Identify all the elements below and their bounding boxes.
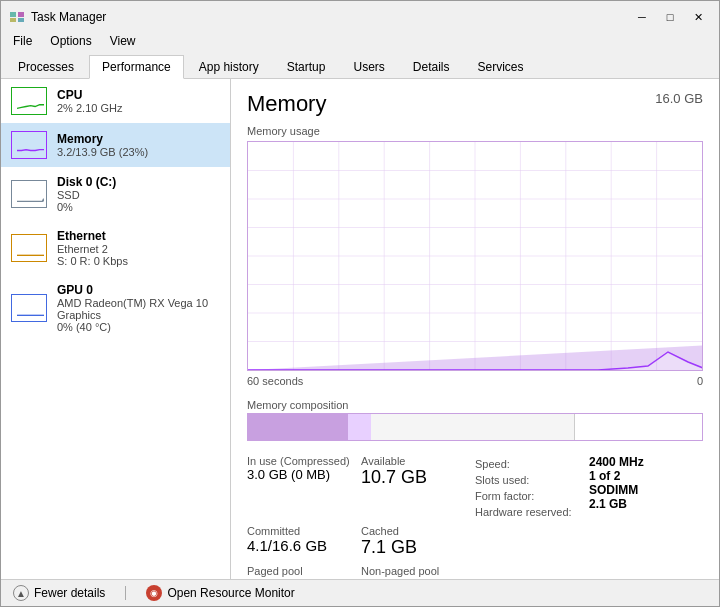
cpu-sub: 2% 2.10 GHz [57,102,220,114]
fewer-details-button[interactable]: ▲ Fewer details [13,585,105,601]
fewer-details-label: Fewer details [34,586,105,600]
ethernet-info: Ethernet Ethernet 2 S: 0 R: 0 Kbps [57,229,220,267]
stat-cached-value: 7.1 GB [361,537,475,559]
stat-in-use-value: 3.0 GB (0 MB) [247,467,361,482]
svg-rect-0 [10,12,16,17]
stat-values-block: 2400 MHz 1 of 2 SODIMM 2.1 GB [589,455,703,519]
memory-info: Memory 3.2/13.9 GB (23%) [57,132,220,158]
stat-committed: Committed 4.1/16.6 GB [247,525,361,559]
graph-footer: 60 seconds 0 [247,375,703,387]
mem-composition-section: Memory composition [247,395,703,441]
menu-options[interactable]: Options [42,31,99,51]
minimize-button[interactable]: ─ [629,7,655,27]
stat-slots-label: Slots used: [475,474,529,486]
stat-non-paged: Non-paged pool 404 MB [361,565,475,579]
menu-view[interactable]: View [102,31,144,51]
stat-hw-value: 2.1 GB [589,497,703,511]
tabs-bar: Processes Performance App history Startu… [1,51,719,79]
task-manager-window: Task Manager ─ □ ✕ File Options View Pro… [0,0,720,607]
menu-file[interactable]: File [5,31,40,51]
stat-paged-label: Paged pool [247,565,361,577]
bottom-bar: ▲ Fewer details ◉ Open Resource Monitor [1,579,719,606]
stat-committed-label: Committed [247,525,361,537]
main-title: Memory [247,91,326,117]
bottom-divider [125,586,126,600]
stat-available: Available 10.7 GB [361,455,475,519]
mem-comp-in-use [248,414,348,440]
mem-comp-modified [348,414,371,440]
stat-form-label: Form factor: [475,490,534,502]
svg-rect-3 [18,18,24,22]
stat-speed-value: 2400 MHz [589,455,703,469]
tab-startup[interactable]: Startup [274,55,339,78]
sidebar-item-memory[interactable]: Memory 3.2/13.9 GB (23%) [1,123,230,167]
disk-info: Disk 0 (C:) SSD 0% [57,175,220,213]
gpu-sub1: AMD Radeon(TM) RX Vega 10 Graphics [57,297,220,321]
maximize-button[interactable]: □ [657,7,683,27]
content-area: CPU 2% 2.10 GHz Memory 3.2/13.9 GB (23%) [1,79,719,579]
memory-name: Memory [57,132,220,146]
ethernet-name: Ethernet [57,229,220,243]
gpu-name: GPU 0 [57,283,220,297]
tab-users[interactable]: Users [340,55,397,78]
stat-in-use-label: In use (Compressed) [247,455,361,467]
disk-thumb [11,180,47,208]
ethernet-sub1: Ethernet 2 [57,243,220,255]
memory-sub: 3.2/13.9 GB (23%) [57,146,220,158]
sidebar-item-cpu[interactable]: CPU 2% 2.10 GHz [1,79,230,123]
stat-available-value: 10.7 GB [361,467,475,489]
stat-hw-reserved: Hardware reserved: [475,505,589,519]
graph-time-label: 60 seconds [247,375,303,387]
tab-app-history[interactable]: App history [186,55,272,78]
stat-speed-label: Speed: [475,458,510,470]
ethernet-thumb [11,234,47,262]
stat-paged: Paged pool 779 MB [247,565,361,579]
main-panel: Memory 16.0 GB Memory usage [231,79,719,579]
tab-processes[interactable]: Processes [5,55,87,78]
stats-grid: In use (Compressed) 3.0 GB (0 MB) Availa… [247,455,703,579]
tab-details[interactable]: Details [400,55,463,78]
sidebar: CPU 2% 2.10 GHz Memory 3.2/13.9 GB (23%) [1,79,231,579]
main-header: Memory 16.0 GB [247,91,703,117]
stat-available-label: Available [361,455,475,467]
svg-rect-2 [10,18,16,22]
fewer-icon: ▲ [13,585,29,601]
mem-comp-free [575,414,702,440]
mem-comp-standby [371,414,575,440]
stat-cached: Cached 7.1 GB [361,525,475,559]
stat-speed: Speed: [475,457,589,471]
disk-sub2: 0% [57,201,220,213]
cpu-thumb [11,87,47,115]
svg-rect-1 [18,12,24,17]
stat-slots-value: 1 of 2 [589,469,703,483]
window-title: Task Manager [31,10,106,24]
sidebar-item-disk[interactable]: Disk 0 (C:) SSD 0% [1,167,230,221]
sidebar-item-ethernet[interactable]: Ethernet Ethernet 2 S: 0 R: 0 Kbps [1,221,230,275]
close-button[interactable]: ✕ [685,7,711,27]
stat-speed-block: Speed: Slots used: Form factor: Hardware… [475,455,589,519]
stat-in-use: In use (Compressed) 3.0 GB (0 MB) [247,455,361,519]
ethernet-sub2: S: 0 R: 0 Kbps [57,255,220,267]
menu-bar: File Options View [1,31,719,51]
main-total: 16.0 GB [655,91,703,106]
title-bar-left: Task Manager [9,9,106,25]
mem-composition-bar [247,413,703,441]
tab-performance[interactable]: Performance [89,55,184,79]
graph-label: Memory usage [247,125,703,137]
open-resource-monitor-button[interactable]: ◉ Open Resource Monitor [146,585,294,601]
disk-sub1: SSD [57,189,220,201]
gpu-info: GPU 0 AMD Radeon(TM) RX Vega 10 Graphics… [57,283,220,333]
graph-section: Memory usage [247,125,703,387]
stat-cached-label: Cached [361,525,475,537]
window-controls: ─ □ ✕ [629,7,711,27]
sidebar-item-gpu[interactable]: GPU 0 AMD Radeon(TM) RX Vega 10 Graphics… [1,275,230,341]
gpu-thumb [11,294,47,322]
tab-services[interactable]: Services [465,55,537,78]
disk-name: Disk 0 (C:) [57,175,220,189]
memory-thumb [11,131,47,159]
memory-graph [247,141,703,371]
app-icon [9,9,25,25]
cpu-info: CPU 2% 2.10 GHz [57,88,220,114]
resource-monitor-icon: ◉ [146,585,162,601]
stat-form-value: SODIMM [589,483,703,497]
